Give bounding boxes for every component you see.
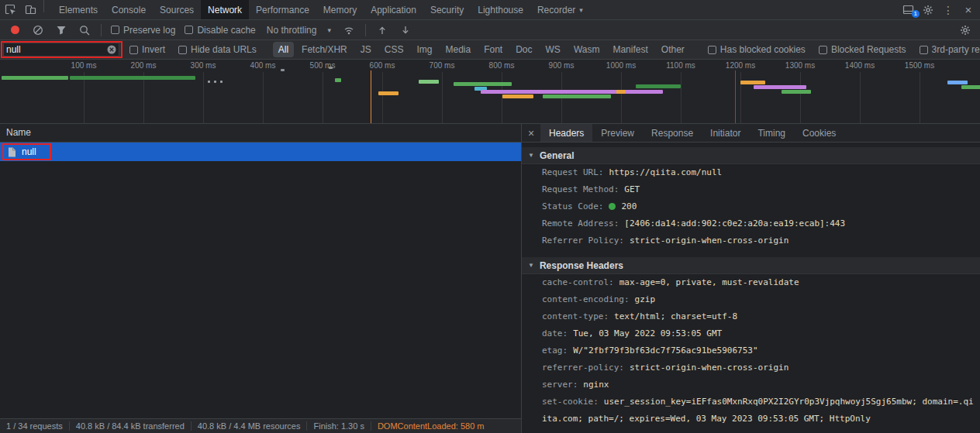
record-button[interactable] xyxy=(5,26,25,34)
filter-input[interactable] xyxy=(6,44,107,55)
resource-type-pill[interactable]: Font xyxy=(478,42,508,57)
hide-data-urls-label: Hide data URLs xyxy=(191,44,257,55)
resource-type-pill[interactable]: All xyxy=(273,42,294,57)
main-tab[interactable]: Elements xyxy=(52,0,105,19)
record-dot-icon xyxy=(11,26,19,34)
detail-tab[interactable]: Initiator xyxy=(702,124,749,142)
ruler-gridline xyxy=(382,72,383,123)
preserve-log-checkbox[interactable]: Preserve log xyxy=(108,25,178,36)
general-section: ▼ General Request URL:https://qiita.com/… xyxy=(522,147,980,249)
checkbox-box xyxy=(129,46,138,54)
kebab-menu-icon[interactable]: ⋮ xyxy=(938,0,958,19)
general-rows: Request URL:https://qiita.com/null Reque… xyxy=(522,164,980,249)
resource-type-pill[interactable]: Img xyxy=(411,42,437,57)
waterfall-bar xyxy=(2,76,68,80)
resource-type-pill[interactable]: JS xyxy=(355,42,377,57)
header-name: Referrer Policy: xyxy=(542,235,624,246)
resource-type-pill[interactable]: Other xyxy=(656,42,690,57)
settings-gear-icon[interactable] xyxy=(918,0,938,19)
main-tab[interactable]: Memory xyxy=(316,0,364,19)
header-value: 200 xyxy=(621,201,637,211)
third-party-requests-checkbox[interactable]: 3rd-party requests xyxy=(916,44,980,55)
main-tab[interactable]: Recorder ▾ xyxy=(530,0,590,19)
ruler-gridline xyxy=(621,72,622,123)
close-devtools-icon[interactable]: × xyxy=(958,0,978,19)
ruler-gridline xyxy=(263,72,264,123)
device-toolbar-icon[interactable] xyxy=(20,0,40,19)
preserve-log-label: Preserve log xyxy=(123,25,175,36)
response-headers-section: ▼ Response Headers cache-control:max-age… xyxy=(522,257,980,428)
resource-type-pill[interactable]: Doc xyxy=(510,42,537,57)
resource-type-pill[interactable]: Media xyxy=(440,42,476,57)
ruler-gridline xyxy=(323,72,323,123)
invert-checkbox[interactable]: Invert xyxy=(126,44,168,55)
throttling-value: No throttling xyxy=(267,25,317,36)
detail-tab-label: Initiator xyxy=(710,128,740,139)
export-har-icon[interactable] xyxy=(395,25,416,36)
resource-type-pill[interactable]: Fetch/XHR xyxy=(296,42,353,57)
import-har-icon[interactable] xyxy=(372,25,392,36)
header-value: gzip xyxy=(635,294,656,304)
general-section-header[interactable]: ▼ General xyxy=(522,147,980,164)
clear-button[interactable] xyxy=(28,25,48,36)
disable-cache-checkbox[interactable]: Disable cache xyxy=(181,25,258,36)
header-value: nginx xyxy=(583,380,609,390)
header-row: Request URL:https://qiita.com/null xyxy=(522,164,980,181)
checkbox-box xyxy=(920,46,928,54)
detail-tab-label: Timing xyxy=(757,128,785,139)
section-title: Response Headers xyxy=(540,260,623,271)
main-tab[interactable]: Application xyxy=(364,0,423,19)
main-tab[interactable]: Lighthouse xyxy=(471,0,530,19)
header-value: https://qiita.com/null xyxy=(609,167,722,177)
waterfall-bar xyxy=(220,81,223,83)
throttling-select[interactable]: No throttling ▾ xyxy=(262,25,336,36)
response-header-rows: cache-control:max-age=0, private, must-r… xyxy=(522,274,980,428)
ruler-gridline xyxy=(860,72,861,123)
name-column-header[interactable]: Name xyxy=(0,124,521,143)
close-details-icon[interactable]: × xyxy=(522,124,540,142)
main-tab-label: Performance xyxy=(256,5,309,15)
resource-type-pill[interactable]: Wasm xyxy=(568,42,606,57)
header-row: Request Method:GET xyxy=(522,181,980,198)
detail-tab[interactable]: Preview xyxy=(592,124,643,142)
waterfall-bar xyxy=(543,95,611,98)
detail-tab-strip: HeadersPreviewResponseInitiatorTimingCoo… xyxy=(540,124,844,142)
network-settings-gear-icon[interactable] xyxy=(955,25,975,36)
hide-data-urls-checkbox[interactable]: Hide data URLs xyxy=(175,44,260,55)
has-blocked-cookies-checkbox[interactable]: Has blocked cookies xyxy=(705,44,809,55)
network-overview-strip[interactable]: 100 ms200 ms300 ms400 ms500 ms600 ms700 … xyxy=(0,60,980,124)
checkbox-box xyxy=(185,26,193,34)
ruler-label: 1400 ms xyxy=(845,61,875,70)
has-blocked-cookies-label: Has blocked cookies xyxy=(720,44,806,55)
detail-tab[interactable]: Cookies xyxy=(794,124,844,142)
main-tab[interactable]: Sources xyxy=(153,0,201,19)
inspect-icon[interactable] xyxy=(0,0,20,19)
main-tab-label: Elements xyxy=(59,5,98,15)
network-conditions-icon[interactable] xyxy=(339,25,359,36)
main-tab[interactable]: Network xyxy=(201,0,249,19)
main-tab[interactable]: Performance xyxy=(249,0,316,19)
detail-tab[interactable]: Headers xyxy=(540,124,592,142)
filter-toggle-icon[interactable] xyxy=(51,25,71,36)
resource-type-pill[interactable]: Manifest xyxy=(607,42,653,57)
response-headers-section-header[interactable]: ▼ Response Headers xyxy=(522,257,980,274)
search-icon[interactable] xyxy=(74,25,95,36)
blocked-requests-checkbox[interactable]: Blocked Requests xyxy=(816,44,909,55)
main-tab-label: Security xyxy=(430,5,464,15)
header-row: server:nginx xyxy=(522,376,980,393)
waterfall-bar xyxy=(208,81,210,83)
resource-type-pill[interactable]: CSS xyxy=(379,42,409,57)
main-tab[interactable]: Security xyxy=(423,0,471,19)
divider xyxy=(101,24,102,36)
waterfall-bar xyxy=(616,90,626,94)
drawer-badge-icon[interactable]: 1 xyxy=(898,0,918,19)
detail-tab[interactable]: Response xyxy=(643,124,702,142)
clear-filter-icon[interactable] xyxy=(107,45,116,54)
request-row[interactable]: null xyxy=(0,143,521,161)
header-name: content-encoding: xyxy=(542,294,630,304)
main-tab[interactable]: Console xyxy=(105,0,153,19)
status-requests-count: 1 / 34 requests xyxy=(0,421,70,431)
waterfall-bar xyxy=(214,81,216,83)
resource-type-pill[interactable]: WS xyxy=(540,42,566,57)
detail-tab[interactable]: Timing xyxy=(749,124,794,142)
